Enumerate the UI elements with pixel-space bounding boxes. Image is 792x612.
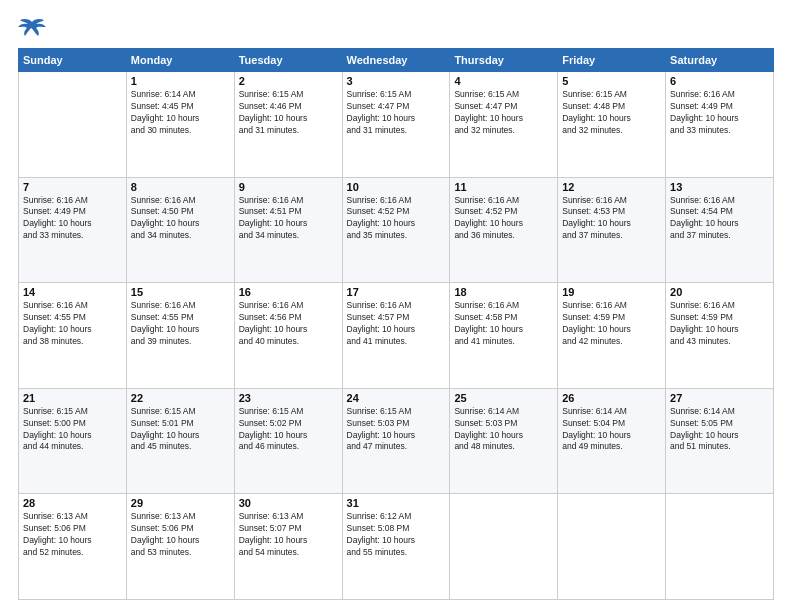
weekday-header-thursday: Thursday [450, 49, 558, 72]
day-info: Sunrise: 6:16 AM Sunset: 4:49 PM Dayligh… [23, 195, 122, 243]
day-info: Sunrise: 6:15 AM Sunset: 4:48 PM Dayligh… [562, 89, 661, 137]
logo [18, 18, 50, 40]
day-number: 23 [239, 392, 338, 404]
calendar-week-row: 14Sunrise: 6:16 AM Sunset: 4:55 PM Dayli… [19, 283, 774, 389]
day-info: Sunrise: 6:13 AM Sunset: 5:06 PM Dayligh… [23, 511, 122, 559]
calendar-week-row: 28Sunrise: 6:13 AM Sunset: 5:06 PM Dayli… [19, 494, 774, 600]
calendar-week-row: 21Sunrise: 6:15 AM Sunset: 5:00 PM Dayli… [19, 388, 774, 494]
day-number: 18 [454, 286, 553, 298]
day-number: 24 [347, 392, 446, 404]
day-number: 20 [670, 286, 769, 298]
day-info: Sunrise: 6:16 AM Sunset: 4:52 PM Dayligh… [454, 195, 553, 243]
calendar-cell: 8Sunrise: 6:16 AM Sunset: 4:50 PM Daylig… [126, 177, 234, 283]
weekday-header-row: SundayMondayTuesdayWednesdayThursdayFrid… [19, 49, 774, 72]
calendar-cell: 14Sunrise: 6:16 AM Sunset: 4:55 PM Dayli… [19, 283, 127, 389]
day-info: Sunrise: 6:16 AM Sunset: 4:59 PM Dayligh… [670, 300, 769, 348]
day-number: 14 [23, 286, 122, 298]
day-info: Sunrise: 6:15 AM Sunset: 5:01 PM Dayligh… [131, 406, 230, 454]
day-number: 4 [454, 75, 553, 87]
day-info: Sunrise: 6:16 AM Sunset: 4:53 PM Dayligh… [562, 195, 661, 243]
calendar-cell: 26Sunrise: 6:14 AM Sunset: 5:04 PM Dayli… [558, 388, 666, 494]
calendar-cell [19, 72, 127, 178]
day-info: Sunrise: 6:16 AM Sunset: 4:50 PM Dayligh… [131, 195, 230, 243]
day-number: 30 [239, 497, 338, 509]
day-info: Sunrise: 6:15 AM Sunset: 5:02 PM Dayligh… [239, 406, 338, 454]
weekday-header-sunday: Sunday [19, 49, 127, 72]
weekday-header-saturday: Saturday [666, 49, 774, 72]
day-info: Sunrise: 6:14 AM Sunset: 5:03 PM Dayligh… [454, 406, 553, 454]
day-info: Sunrise: 6:14 AM Sunset: 5:04 PM Dayligh… [562, 406, 661, 454]
day-info: Sunrise: 6:16 AM Sunset: 4:59 PM Dayligh… [562, 300, 661, 348]
calendar-cell: 17Sunrise: 6:16 AM Sunset: 4:57 PM Dayli… [342, 283, 450, 389]
day-number: 26 [562, 392, 661, 404]
page: SundayMondayTuesdayWednesdayThursdayFrid… [0, 0, 792, 612]
day-number: 17 [347, 286, 446, 298]
day-info: Sunrise: 6:15 AM Sunset: 4:46 PM Dayligh… [239, 89, 338, 137]
weekday-header-wednesday: Wednesday [342, 49, 450, 72]
calendar-week-row: 1Sunrise: 6:14 AM Sunset: 4:45 PM Daylig… [19, 72, 774, 178]
day-info: Sunrise: 6:16 AM Sunset: 4:55 PM Dayligh… [131, 300, 230, 348]
day-info: Sunrise: 6:15 AM Sunset: 5:03 PM Dayligh… [347, 406, 446, 454]
calendar-cell: 27Sunrise: 6:14 AM Sunset: 5:05 PM Dayli… [666, 388, 774, 494]
day-number: 21 [23, 392, 122, 404]
calendar-cell: 2Sunrise: 6:15 AM Sunset: 4:46 PM Daylig… [234, 72, 342, 178]
day-number: 11 [454, 181, 553, 193]
calendar-cell: 20Sunrise: 6:16 AM Sunset: 4:59 PM Dayli… [666, 283, 774, 389]
calendar-cell [558, 494, 666, 600]
calendar-cell: 28Sunrise: 6:13 AM Sunset: 5:06 PM Dayli… [19, 494, 127, 600]
day-number: 29 [131, 497, 230, 509]
day-info: Sunrise: 6:16 AM Sunset: 4:52 PM Dayligh… [347, 195, 446, 243]
day-number: 31 [347, 497, 446, 509]
logo-bird-icon [18, 18, 46, 40]
day-info: Sunrise: 6:13 AM Sunset: 5:06 PM Dayligh… [131, 511, 230, 559]
calendar-cell: 18Sunrise: 6:16 AM Sunset: 4:58 PM Dayli… [450, 283, 558, 389]
calendar-cell: 13Sunrise: 6:16 AM Sunset: 4:54 PM Dayli… [666, 177, 774, 283]
calendar-cell: 19Sunrise: 6:16 AM Sunset: 4:59 PM Dayli… [558, 283, 666, 389]
calendar-cell: 24Sunrise: 6:15 AM Sunset: 5:03 PM Dayli… [342, 388, 450, 494]
calendar-cell: 12Sunrise: 6:16 AM Sunset: 4:53 PM Dayli… [558, 177, 666, 283]
day-number: 3 [347, 75, 446, 87]
day-number: 8 [131, 181, 230, 193]
calendar-cell: 23Sunrise: 6:15 AM Sunset: 5:02 PM Dayli… [234, 388, 342, 494]
day-number: 6 [670, 75, 769, 87]
day-info: Sunrise: 6:12 AM Sunset: 5:08 PM Dayligh… [347, 511, 446, 559]
calendar-cell: 21Sunrise: 6:15 AM Sunset: 5:00 PM Dayli… [19, 388, 127, 494]
calendar-cell: 29Sunrise: 6:13 AM Sunset: 5:06 PM Dayli… [126, 494, 234, 600]
weekday-header-friday: Friday [558, 49, 666, 72]
day-number: 2 [239, 75, 338, 87]
calendar-cell [666, 494, 774, 600]
day-number: 22 [131, 392, 230, 404]
calendar-cell: 7Sunrise: 6:16 AM Sunset: 4:49 PM Daylig… [19, 177, 127, 283]
day-info: Sunrise: 6:14 AM Sunset: 4:45 PM Dayligh… [131, 89, 230, 137]
calendar-cell: 30Sunrise: 6:13 AM Sunset: 5:07 PM Dayli… [234, 494, 342, 600]
calendar-cell: 11Sunrise: 6:16 AM Sunset: 4:52 PM Dayli… [450, 177, 558, 283]
calendar-week-row: 7Sunrise: 6:16 AM Sunset: 4:49 PM Daylig… [19, 177, 774, 283]
calendar-table: SundayMondayTuesdayWednesdayThursdayFrid… [18, 48, 774, 600]
calendar-cell: 25Sunrise: 6:14 AM Sunset: 5:03 PM Dayli… [450, 388, 558, 494]
calendar-cell: 22Sunrise: 6:15 AM Sunset: 5:01 PM Dayli… [126, 388, 234, 494]
day-info: Sunrise: 6:16 AM Sunset: 4:54 PM Dayligh… [670, 195, 769, 243]
day-info: Sunrise: 6:16 AM Sunset: 4:57 PM Dayligh… [347, 300, 446, 348]
calendar-cell: 10Sunrise: 6:16 AM Sunset: 4:52 PM Dayli… [342, 177, 450, 283]
day-number: 19 [562, 286, 661, 298]
day-info: Sunrise: 6:16 AM Sunset: 4:49 PM Dayligh… [670, 89, 769, 137]
day-info: Sunrise: 6:16 AM Sunset: 4:55 PM Dayligh… [23, 300, 122, 348]
header [18, 18, 774, 40]
calendar-cell: 16Sunrise: 6:16 AM Sunset: 4:56 PM Dayli… [234, 283, 342, 389]
day-number: 9 [239, 181, 338, 193]
weekday-header-tuesday: Tuesday [234, 49, 342, 72]
weekday-header-monday: Monday [126, 49, 234, 72]
calendar-cell: 9Sunrise: 6:16 AM Sunset: 4:51 PM Daylig… [234, 177, 342, 283]
day-number: 16 [239, 286, 338, 298]
day-number: 7 [23, 181, 122, 193]
day-number: 13 [670, 181, 769, 193]
day-number: 15 [131, 286, 230, 298]
day-number: 12 [562, 181, 661, 193]
day-info: Sunrise: 6:16 AM Sunset: 4:58 PM Dayligh… [454, 300, 553, 348]
calendar-cell: 1Sunrise: 6:14 AM Sunset: 4:45 PM Daylig… [126, 72, 234, 178]
calendar-cell: 31Sunrise: 6:12 AM Sunset: 5:08 PM Dayli… [342, 494, 450, 600]
day-info: Sunrise: 6:16 AM Sunset: 4:51 PM Dayligh… [239, 195, 338, 243]
day-info: Sunrise: 6:15 AM Sunset: 4:47 PM Dayligh… [347, 89, 446, 137]
calendar-cell: 15Sunrise: 6:16 AM Sunset: 4:55 PM Dayli… [126, 283, 234, 389]
calendar-cell [450, 494, 558, 600]
